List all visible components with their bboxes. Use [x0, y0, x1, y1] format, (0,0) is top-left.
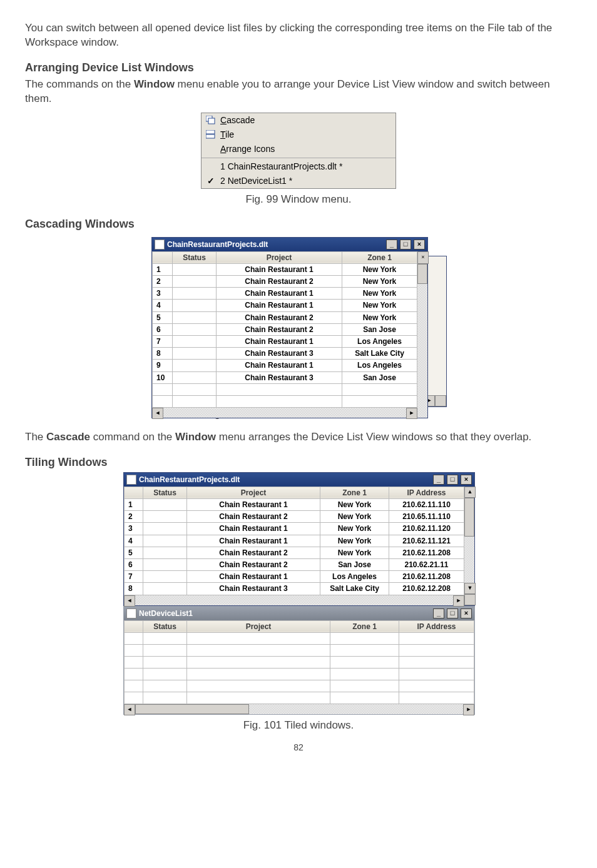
table-row[interactable]: 5Chain Restaurant 2New York210.62.11.208: [125, 547, 464, 558]
col-status[interactable]: Status: [143, 620, 187, 632]
table-row[interactable]: 7Chain Restaurant 1Los Angeles210.62.11.…: [125, 571, 464, 583]
cell-status: [143, 547, 187, 558]
table-row[interactable]: 8Chain Restaurant 3Salt Lake City210.62.…: [125, 583, 464, 595]
table-row[interactable]: 2Chain Restaurant 2New York: [153, 276, 417, 288]
maximize-button[interactable]: □: [447, 475, 458, 485]
resize-grip-icon[interactable]: [464, 594, 476, 605]
grid-empty-row: [125, 692, 474, 704]
h-scrollbar[interactable]: ◄ ►: [124, 704, 474, 714]
table-row[interactable]: 1Chain Restaurant 1New York: [153, 263, 417, 275]
h-scrollbar[interactable]: ◄ ►: [152, 408, 417, 418]
scroll-left-icon[interactable]: ◄: [124, 595, 135, 607]
grid-header-row: Status Project Zone 1: [153, 251, 417, 263]
maximize-button[interactable]: □: [447, 608, 458, 618]
table-row[interactable]: 5Chain Restaurant 2New York: [153, 311, 417, 323]
menu-label: Arrange Icons: [220, 143, 275, 155]
scroll-right-icon[interactable]: ►: [463, 704, 474, 715]
cell-status: [143, 535, 187, 547]
table-row[interactable]: 8Chain Restaurant 3Salt Lake City: [153, 348, 417, 360]
scroll-right-icon[interactable]: ►: [453, 595, 464, 607]
resize-grip-icon[interactable]: [435, 395, 446, 406]
table-row[interactable]: 3Chain Restaurant 1New York210.62.11.120: [125, 523, 464, 535]
cell-rownum: 10: [153, 371, 173, 383]
table-row[interactable]: 10Chain Restaurant 3San Jose: [153, 371, 417, 383]
device-list-grid[interactable]: Status Project Zone 1 IP Address: [124, 620, 474, 704]
maximize-button[interactable]: □: [400, 240, 411, 250]
scroll-left-icon[interactable]: ◄: [124, 704, 135, 715]
v-scrollbar[interactable]: ×: [417, 251, 427, 418]
table-row[interactable]: 6Chain Restaurant 2San Jose: [153, 323, 417, 335]
cell-zone: Salt Lake City: [342, 348, 417, 360]
cascade-paragraph: The Cascade command on the Window menu a…: [25, 430, 572, 445]
col-ip[interactable]: IP Address: [399, 620, 474, 632]
titlebar[interactable]: ChainRestaurantProjects.dlt _ □ ×: [152, 238, 427, 251]
device-list-grid[interactable]: Status Project Zone 1 1Chain Restaurant …: [152, 251, 417, 408]
cell-zone: New York: [342, 288, 417, 300]
table-row[interactable]: 3Chain Restaurant 1New York: [153, 288, 417, 300]
scroll-up-icon[interactable]: ▲: [464, 487, 476, 498]
device-list-grid[interactable]: Status Project Zone 1 IP Address 1Chain …: [124, 487, 464, 595]
cell-rownum: 1: [125, 499, 143, 511]
cell-status: [173, 336, 217, 348]
cell-zone: New York: [320, 547, 389, 558]
close-button[interactable]: ×: [461, 475, 472, 485]
cell-zone: New York: [342, 276, 417, 288]
col-project[interactable]: Project: [187, 620, 330, 632]
minimize-button[interactable]: _: [433, 608, 444, 618]
col-num[interactable]: [153, 251, 173, 263]
cell-status: [143, 511, 187, 523]
grid-empty-row: [125, 680, 474, 692]
table-row[interactable]: 2Chain Restaurant 2New York210.65.11.110: [125, 511, 464, 523]
cell-zone: Los Angeles: [342, 360, 417, 371]
cell-status: [173, 288, 217, 300]
svg-rect-1: [208, 118, 215, 124]
menu-item-arrange-icons[interactable]: Arrange Icons: [202, 142, 395, 156]
tiled-window-2: NetDeviceList1 _ □ × Status Project Zone…: [123, 606, 475, 715]
minimize-button[interactable]: _: [386, 240, 397, 250]
cell-zone: Los Angeles: [342, 336, 417, 348]
col-project[interactable]: Project: [187, 487, 320, 498]
close-button[interactable]: ×: [414, 240, 425, 250]
cell-zone: New York: [342, 300, 417, 311]
col-project[interactable]: Project: [217, 251, 342, 263]
col-zone[interactable]: Zone 1: [342, 251, 417, 263]
v-scrollbar[interactable]: ▲ ▼: [464, 487, 474, 605]
menu-item-window-2[interactable]: ✓ 2 NetDeviceList1 *: [202, 174, 395, 188]
cell-zone: Los Angeles: [320, 571, 389, 583]
titlebar[interactable]: NetDeviceList1 _ □ ×: [124, 607, 474, 620]
cell-rownum: 3: [153, 288, 173, 300]
document-icon: [126, 475, 136, 485]
grid-empty-row: [125, 644, 474, 656]
minimize-button[interactable]: _: [433, 475, 444, 485]
table-row[interactable]: 7Chain Restaurant 1Los Angeles: [153, 336, 417, 348]
table-row[interactable]: 1Chain Restaurant 1New York210.62.11.110: [125, 499, 464, 511]
cell-status: [173, 276, 217, 288]
menu-item-cascade[interactable]: Cascade: [202, 113, 395, 128]
scroll-right-icon[interactable]: ►: [406, 408, 417, 419]
col-num[interactable]: [125, 487, 143, 498]
col-status[interactable]: Status: [143, 487, 187, 498]
cell-status: [173, 323, 217, 335]
blank-icon: [205, 161, 217, 171]
menu-item-tile[interactable]: Tile: [202, 128, 395, 142]
col-status[interactable]: Status: [173, 251, 217, 263]
col-zone[interactable]: Zone 1: [330, 620, 399, 632]
cell-rownum: 7: [125, 571, 143, 583]
col-ip[interactable]: IP Address: [389, 487, 464, 498]
close-inner-button[interactable]: ×: [417, 251, 429, 264]
table-row[interactable]: 6Chain Restaurant 2San Jose210.62.21.11: [125, 559, 464, 571]
scroll-down-icon[interactable]: ▼: [464, 583, 476, 594]
menu-label: 2 NetDeviceList1 *: [220, 175, 292, 187]
menu-item-window-1[interactable]: 1 ChainRestaurantProjects.dlt *: [202, 159, 395, 174]
col-num[interactable]: [125, 620, 143, 632]
table-row[interactable]: 9Chain Restaurant 1Los Angeles: [153, 360, 417, 371]
table-row[interactable]: 4Chain Restaurant 1New York210.62.11.121: [125, 535, 464, 547]
scroll-left-icon[interactable]: ◄: [152, 408, 163, 419]
titlebar[interactable]: ChainRestaurantProjects.dlt _ □ ×: [124, 473, 474, 487]
table-row[interactable]: 4Chain Restaurant 1New York: [153, 300, 417, 311]
col-zone[interactable]: Zone 1: [320, 487, 389, 498]
close-button[interactable]: ×: [461, 608, 472, 618]
cell-rownum: 2: [153, 276, 173, 288]
tiled-window-1: ChainRestaurantProjects.dlt _ □ × Status…: [123, 472, 475, 606]
h-scrollbar[interactable]: ◄ ►: [124, 595, 464, 605]
